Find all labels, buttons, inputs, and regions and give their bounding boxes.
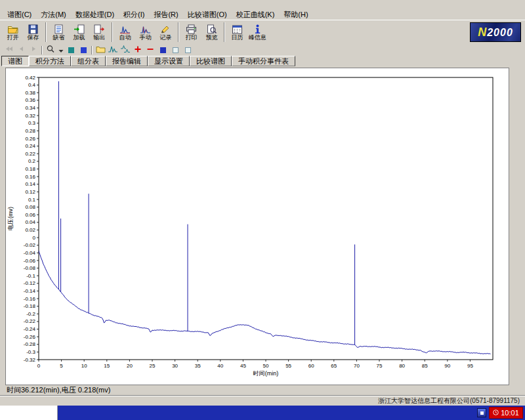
calendar-button[interactable]: 日历 <box>227 21 247 44</box>
menu-data-processing[interactable]: 数据处理(D) <box>71 10 119 19</box>
svg-text:90: 90 <box>444 363 450 369</box>
workspace: -0.32-0.3-0.28-0.26-0.24-0.22-0.2-0.18-0… <box>0 66 525 395</box>
fit-view-button[interactable] <box>77 45 89 55</box>
frame-button-2[interactable] <box>182 45 194 55</box>
svg-text:-0.04: -0.04 <box>24 250 36 256</box>
svg-text:-0.08: -0.08 <box>24 265 36 271</box>
svg-text:70: 70 <box>354 363 360 369</box>
open-folder-icon <box>7 24 19 34</box>
print-button[interactable]: 打印 <box>181 21 201 44</box>
fit-view-icon <box>81 47 87 53</box>
open-button-label: 打开 <box>7 35 19 41</box>
menu-help[interactable]: 帮助(H) <box>279 10 312 19</box>
svg-text:0.08: 0.08 <box>25 204 35 210</box>
save-button[interactable]: 保存 <box>23 21 43 44</box>
tab-component-table[interactable]: 组分表 <box>71 56 106 66</box>
preview-button-label: 预览 <box>206 35 218 41</box>
peak-info-button[interactable]: 峰信息 <box>247 21 268 44</box>
svg-text:80: 80 <box>399 363 405 369</box>
tab-compare-chromatogram[interactable]: 比较谱图 <box>190 56 232 66</box>
n2000-logo: N2000 <box>470 22 521 42</box>
svg-text:0.4: 0.4 <box>28 82 36 88</box>
nav-next-button[interactable] <box>28 45 39 55</box>
secondary-toolbar <box>0 45 525 56</box>
overlay-curves-icon <box>108 45 118 55</box>
zoom-button[interactable] <box>45 45 56 55</box>
load-button[interactable]: 加载 <box>69 21 89 44</box>
toolbar-separator <box>224 22 225 42</box>
svg-text:30: 30 <box>172 363 178 369</box>
svg-text:-0.28: -0.28 <box>24 342 36 348</box>
tab-report-edit[interactable]: 报告编辑 <box>106 56 148 66</box>
manual-button[interactable]: 手动 <box>135 21 156 44</box>
record-button[interactable]: 记录 <box>156 21 176 44</box>
manual-peaks-icon <box>140 24 151 34</box>
open-button[interactable]: 打开 <box>3 21 23 44</box>
zoom-dropdown-button[interactable] <box>57 45 64 55</box>
tab-chromatogram[interactable]: 谱图 <box>1 56 29 66</box>
menu-method[interactable]: 方法(M) <box>36 10 71 19</box>
svg-text:95: 95 <box>467 363 473 369</box>
svg-text:0.42: 0.42 <box>25 75 35 81</box>
svg-text:0.26: 0.26 <box>25 136 35 142</box>
toolbar-separator <box>41 46 43 54</box>
svg-text:-0.18: -0.18 <box>24 303 36 309</box>
svg-text:0.18: 0.18 <box>25 166 35 172</box>
chart-panel[interactable]: -0.32-0.3-0.28-0.26-0.24-0.22-0.2-0.18-0… <box>5 68 509 385</box>
export-button[interactable]: 输出 <box>89 21 110 44</box>
open-compare-button[interactable] <box>94 45 106 55</box>
svg-text:50: 50 <box>263 363 269 369</box>
svg-text:0.32: 0.32 <box>25 113 35 119</box>
nav-first-button[interactable] <box>3 45 14 55</box>
full-view-button[interactable] <box>65 45 77 55</box>
menu-integration[interactable]: 积分(I) <box>119 10 149 19</box>
svg-text:0.28: 0.28 <box>25 128 35 134</box>
menu-chromatogram[interactable]: 谱图(C) <box>3 10 36 19</box>
svg-text:-0.32: -0.32 <box>24 357 36 363</box>
svg-text:时间(min): 时间(min) <box>253 370 279 377</box>
svg-text:0.36: 0.36 <box>25 98 35 104</box>
default-button[interactable]: 缺省 <box>49 21 69 44</box>
default-document-icon <box>53 24 64 34</box>
chromatogram-chart[interactable]: -0.32-0.3-0.28-0.26-0.24-0.22-0.2-0.18-0… <box>6 68 509 383</box>
preview-button[interactable]: 预览 <box>201 21 222 44</box>
auto-button[interactable]: 自动 <box>115 21 135 44</box>
tab-integration-method[interactable]: 积分方法 <box>29 56 71 66</box>
nav-next-icon <box>29 45 39 55</box>
status-row: 时间36.212(min),电压 0.218(mv) <box>5 386 525 395</box>
tray-input-icon[interactable] <box>477 408 486 417</box>
frame-icon <box>173 47 178 53</box>
add-curve-button[interactable] <box>132 45 144 55</box>
tab-display-settings[interactable]: 显示设置 <box>148 56 190 66</box>
svg-text:-0.16: -0.16 <box>24 296 36 302</box>
svg-text:-0.02: -0.02 <box>24 242 36 248</box>
nav-prev-button[interactable] <box>15 45 27 55</box>
svg-text:电压(mv): 电压(mv) <box>7 207 14 230</box>
zoom-dropdown-icon <box>58 45 64 55</box>
color-swatch-button[interactable] <box>157 45 169 55</box>
app-window: 谱图(C) 方法(M) 数据处理(D) 积分(I) 报告(R) 比较谱图(O) … <box>0 0 525 420</box>
svg-text:20: 20 <box>127 363 133 369</box>
taskbar: 10:01 <box>0 406 525 420</box>
svg-text:0.16: 0.16 <box>25 174 35 180</box>
tab-manual-integration-events[interactable]: 手动积分事件表 <box>232 56 295 66</box>
svg-text:0.2: 0.2 <box>28 159 36 165</box>
svg-text:45: 45 <box>240 363 246 369</box>
load-button-label: 加载 <box>74 35 85 41</box>
menu-calibration-curve[interactable]: 校正曲线(K) <box>232 10 280 19</box>
svg-text:85: 85 <box>422 363 428 369</box>
menu-report[interactable]: 报告(R) <box>149 10 182 19</box>
svg-text:5: 5 <box>60 363 63 369</box>
svg-text:25: 25 <box>150 363 156 369</box>
frame-button-1[interactable] <box>169 45 181 55</box>
remove-curve-icon <box>146 45 155 56</box>
cursor-readout: 时间36.212(min),电压 0.218(mv) <box>7 386 110 394</box>
stack-curves-button[interactable] <box>119 45 131 55</box>
tray-dot-icon <box>480 411 484 415</box>
remove-curve-button[interactable] <box>144 45 156 55</box>
taskbar-clock[interactable]: 10:01 <box>489 407 523 419</box>
menu-compare-chromatogram[interactable]: 比较谱图(O) <box>183 10 232 19</box>
load-arrow-icon <box>74 24 85 34</box>
overlay-curves-button[interactable] <box>107 45 119 55</box>
svg-text:0.12: 0.12 <box>25 189 35 195</box>
